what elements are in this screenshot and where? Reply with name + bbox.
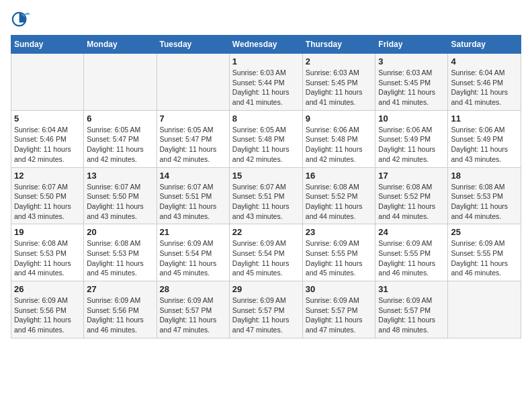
day-info: Sunrise: 6:03 AM Sunset: 5:45 PM Dayligh… (378, 68, 445, 107)
calendar-cell: 4Sunrise: 6:04 AM Sunset: 5:46 PM Daylig… (448, 54, 521, 111)
day-info: Sunrise: 6:07 AM Sunset: 5:50 PM Dayligh… (87, 182, 153, 222)
calendar-cell: 24Sunrise: 6:09 AM Sunset: 5:55 PM Dayli… (375, 224, 448, 281)
calendar-cell (11, 54, 84, 111)
day-info: Sunrise: 6:09 AM Sunset: 5:56 PM Dayligh… (87, 295, 153, 335)
day-number: 3 (378, 56, 445, 66)
page-header (11, 11, 521, 30)
day-number: 8 (232, 113, 300, 124)
day-info: Sunrise: 6:08 AM Sunset: 5:53 PM Dayligh… (87, 238, 153, 278)
day-info: Sunrise: 6:03 AM Sunset: 5:45 PM Dayligh… (306, 68, 373, 107)
day-info: Sunrise: 6:08 AM Sunset: 5:53 PM Dayligh… (14, 238, 81, 278)
day-info: Sunrise: 6:06 AM Sunset: 5:48 PM Dayligh… (306, 125, 373, 165)
day-number: 14 (160, 171, 226, 181)
calendar-week-row: 19Sunrise: 6:08 AM Sunset: 5:53 PM Dayli… (11, 224, 521, 281)
calendar-cell: 7Sunrise: 6:05 AM Sunset: 5:47 PM Daylig… (157, 110, 229, 167)
calendar-cell (157, 54, 229, 111)
day-info: Sunrise: 6:08 AM Sunset: 5:52 PM Dayligh… (378, 182, 445, 222)
day-number: 10 (378, 113, 445, 124)
calendar-cell: 3Sunrise: 6:03 AM Sunset: 5:45 PM Daylig… (375, 54, 448, 111)
day-info: Sunrise: 6:07 AM Sunset: 5:51 PM Dayligh… (232, 182, 300, 222)
calendar-header-row: SundayMondayTuesdayWednesdayThursdayFrid… (11, 36, 521, 54)
calendar-cell: 12Sunrise: 6:07 AM Sunset: 5:50 PM Dayli… (11, 167, 84, 224)
day-info: Sunrise: 6:03 AM Sunset: 5:44 PM Dayligh… (232, 68, 300, 107)
day-info: Sunrise: 6:09 AM Sunset: 5:54 PM Dayligh… (232, 238, 300, 278)
calendar-week-row: 1Sunrise: 6:03 AM Sunset: 5:44 PM Daylig… (11, 54, 521, 111)
calendar-cell: 22Sunrise: 6:09 AM Sunset: 5:54 PM Dayli… (229, 224, 302, 281)
day-info: Sunrise: 6:08 AM Sunset: 5:52 PM Dayligh… (306, 182, 373, 222)
calendar-header-thursday: Thursday (302, 36, 375, 54)
day-number: 29 (232, 284, 300, 294)
logo-icon (11, 11, 30, 30)
calendar-cell: 15Sunrise: 6:07 AM Sunset: 5:51 PM Dayli… (229, 167, 302, 224)
day-info: Sunrise: 6:07 AM Sunset: 5:50 PM Dayligh… (14, 182, 81, 222)
day-number: 16 (306, 171, 373, 181)
day-info: Sunrise: 6:04 AM Sunset: 5:46 PM Dayligh… (451, 68, 518, 107)
day-info: Sunrise: 6:09 AM Sunset: 5:57 PM Dayligh… (306, 295, 373, 335)
day-number: 13 (87, 171, 153, 181)
day-number: 27 (87, 284, 153, 294)
calendar-cell: 1Sunrise: 6:03 AM Sunset: 5:44 PM Daylig… (229, 54, 302, 111)
day-number: 2 (306, 56, 373, 66)
day-info: Sunrise: 6:07 AM Sunset: 5:51 PM Dayligh… (160, 182, 226, 222)
calendar-cell: 6Sunrise: 6:05 AM Sunset: 5:47 PM Daylig… (84, 110, 157, 167)
day-number: 21 (160, 227, 226, 237)
calendar-cell: 20Sunrise: 6:08 AM Sunset: 5:53 PM Dayli… (84, 224, 157, 281)
calendar-cell: 19Sunrise: 6:08 AM Sunset: 5:53 PM Dayli… (11, 224, 84, 281)
calendar-header-saturday: Saturday (448, 36, 521, 54)
calendar-table: SundayMondayTuesdayWednesdayThursdayFrid… (11, 35, 521, 338)
day-info: Sunrise: 6:09 AM Sunset: 5:57 PM Dayligh… (160, 295, 226, 335)
day-info: Sunrise: 6:09 AM Sunset: 5:57 PM Dayligh… (378, 295, 445, 335)
calendar-header-monday: Monday (84, 36, 157, 54)
day-number: 11 (451, 113, 518, 124)
day-number: 28 (160, 284, 226, 294)
calendar-week-row: 5Sunrise: 6:04 AM Sunset: 5:46 PM Daylig… (11, 110, 521, 167)
day-number: 31 (378, 284, 445, 294)
calendar-header-tuesday: Tuesday (157, 36, 229, 54)
calendar-header-wednesday: Wednesday (229, 36, 302, 54)
calendar-week-row: 12Sunrise: 6:07 AM Sunset: 5:50 PM Dayli… (11, 167, 521, 224)
day-number: 7 (160, 113, 226, 124)
calendar-week-row: 26Sunrise: 6:09 AM Sunset: 5:56 PM Dayli… (11, 281, 521, 338)
day-number: 25 (451, 227, 518, 237)
day-info: Sunrise: 6:08 AM Sunset: 5:53 PM Dayligh… (451, 182, 518, 222)
calendar-cell: 2Sunrise: 6:03 AM Sunset: 5:45 PM Daylig… (302, 54, 375, 111)
day-number: 22 (232, 227, 300, 237)
day-info: Sunrise: 6:06 AM Sunset: 5:49 PM Dayligh… (451, 125, 518, 165)
day-info: Sunrise: 6:09 AM Sunset: 5:57 PM Dayligh… (232, 295, 300, 335)
day-number: 12 (14, 171, 81, 181)
day-info: Sunrise: 6:09 AM Sunset: 5:55 PM Dayligh… (306, 238, 373, 278)
calendar-header-friday: Friday (375, 36, 448, 54)
calendar-cell: 9Sunrise: 6:06 AM Sunset: 5:48 PM Daylig… (302, 110, 375, 167)
calendar-cell: 29Sunrise: 6:09 AM Sunset: 5:57 PM Dayli… (229, 281, 302, 338)
day-info: Sunrise: 6:06 AM Sunset: 5:49 PM Dayligh… (378, 125, 445, 165)
day-info: Sunrise: 6:04 AM Sunset: 5:46 PM Dayligh… (14, 125, 81, 165)
day-number: 4 (451, 56, 518, 66)
day-number: 9 (306, 113, 373, 124)
day-number: 5 (14, 113, 81, 124)
day-number: 24 (378, 227, 445, 237)
day-number: 30 (306, 284, 373, 294)
day-number: 15 (232, 171, 300, 181)
calendar-cell (84, 54, 157, 111)
calendar-cell: 17Sunrise: 6:08 AM Sunset: 5:52 PM Dayli… (375, 167, 448, 224)
day-info: Sunrise: 6:09 AM Sunset: 5:55 PM Dayligh… (378, 238, 445, 278)
day-number: 17 (378, 171, 445, 181)
calendar-cell: 28Sunrise: 6:09 AM Sunset: 5:57 PM Dayli… (157, 281, 229, 338)
calendar-cell: 16Sunrise: 6:08 AM Sunset: 5:52 PM Dayli… (302, 167, 375, 224)
calendar-cell: 27Sunrise: 6:09 AM Sunset: 5:56 PM Dayli… (84, 281, 157, 338)
day-number: 6 (87, 113, 153, 124)
calendar-cell: 30Sunrise: 6:09 AM Sunset: 5:57 PM Dayli… (302, 281, 375, 338)
calendar-cell: 11Sunrise: 6:06 AM Sunset: 5:49 PM Dayli… (448, 110, 521, 167)
day-info: Sunrise: 6:09 AM Sunset: 5:56 PM Dayligh… (14, 295, 81, 335)
day-number: 20 (87, 227, 153, 237)
calendar-cell (448, 281, 521, 338)
calendar-cell: 10Sunrise: 6:06 AM Sunset: 5:49 PM Dayli… (375, 110, 448, 167)
day-info: Sunrise: 6:09 AM Sunset: 5:54 PM Dayligh… (160, 238, 226, 278)
calendar-cell: 26Sunrise: 6:09 AM Sunset: 5:56 PM Dayli… (11, 281, 84, 338)
calendar-header-sunday: Sunday (11, 36, 84, 54)
day-number: 26 (14, 284, 81, 294)
day-info: Sunrise: 6:05 AM Sunset: 5:47 PM Dayligh… (160, 125, 226, 165)
logo (11, 11, 32, 30)
calendar-cell: 13Sunrise: 6:07 AM Sunset: 5:50 PM Dayli… (84, 167, 157, 224)
calendar-cell: 8Sunrise: 6:05 AM Sunset: 5:48 PM Daylig… (229, 110, 302, 167)
